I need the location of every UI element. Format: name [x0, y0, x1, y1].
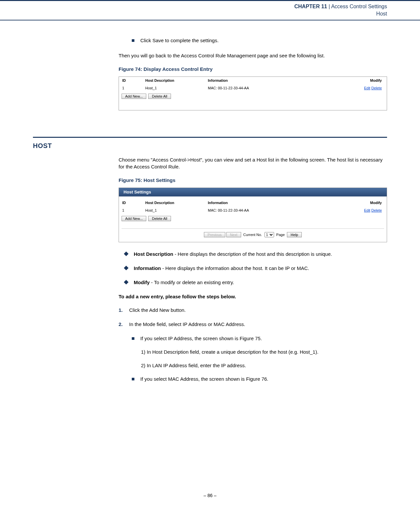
intro-paragraph: Then you will go back to the Access Cont…	[119, 52, 387, 59]
fig74-col-id: ID	[119, 77, 142, 84]
figure-74-screenshot: ID Host Description Information Modify 1…	[119, 76, 387, 110]
step-2-sub-ip-1: 1) In Host Description field, create a u…	[141, 348, 387, 355]
fig75-pager: Previous Next Current No. 1 Page Help	[119, 229, 387, 242]
fig74-col-info: Information	[205, 77, 352, 84]
step-2-sub-ip-2: 2) In LAN IP Address field, enter the IP…	[141, 362, 387, 369]
square-bullet-icon	[132, 378, 134, 380]
fig75-current-label: Current No.	[243, 233, 262, 237]
fig75-page-select[interactable]: 1	[265, 232, 274, 237]
fig75-row-info: MAC: 00-11-22-33-44-AA	[205, 207, 352, 214]
fig75-divider	[122, 223, 384, 229]
step-number: 1.	[119, 307, 125, 313]
diamond-bullet-icon	[124, 266, 128, 270]
fig74-row-id: 1	[119, 84, 142, 92]
section-divider	[33, 137, 387, 138]
fig75-col-modify: Modify	[352, 199, 387, 207]
figure-75-caption: Figure 75: Host Settings	[119, 177, 387, 184]
desc-host-description: Host Description - Here displays the des…	[125, 251, 387, 257]
square-bullet-icon	[132, 39, 134, 42]
step-number: 2.	[119, 321, 125, 328]
fig74-col-modify: Modify	[352, 77, 387, 84]
fig74-delete-all-button[interactable]: Delete All	[148, 94, 171, 99]
fig75-delete-link[interactable]: Delete	[371, 208, 382, 212]
fig74-row-desc: Host_1	[142, 84, 205, 92]
fig75-table: ID Host Description Information Modify 1…	[119, 199, 387, 215]
fig75-col-desc: Host Description	[142, 199, 205, 207]
step-2-sub-ip: If you select IP Address, the screen sho…	[132, 335, 387, 342]
desc-information: Information - Here displays the informat…	[125, 265, 387, 272]
fig75-prev-button[interactable]: Previous	[204, 232, 225, 237]
sub-text: If you select IP Address, the screen sho…	[140, 335, 262, 342]
header-separator: |	[327, 4, 331, 9]
fig74-add-new-button[interactable]: Add New...	[122, 94, 146, 99]
fig74-row-info: MAC: 00-11-22-33-44-AA	[205, 84, 352, 92]
fig74-edit-link[interactable]: Edit	[364, 86, 370, 90]
step-text: Click the Add New button.	[129, 307, 186, 313]
chapter-label: CHAPTER 11	[294, 4, 327, 9]
fig74-table: ID Host Description Information Modify 1…	[119, 77, 387, 92]
table-row: 1 Host_1 MAC: 00-11-22-33-44-AA Edit Del…	[119, 207, 387, 214]
step-2-sub-mac: If you select MAC Address, the screen sh…	[132, 375, 387, 382]
page-header: CHAPTER 11 | Access Control Settings Hos…	[0, 0, 420, 20]
fig75-delete-all-button[interactable]: Delete All	[148, 216, 171, 221]
fig75-edit-link[interactable]: Edit	[364, 208, 370, 212]
diamond-bullet-icon	[124, 252, 128, 256]
desc-text: Host Description - Here displays the des…	[134, 251, 332, 257]
fig75-help-button[interactable]: Help	[287, 232, 302, 237]
page-footer: – 86 –	[0, 492, 420, 499]
host-section-heading: HOST	[33, 141, 387, 150]
fig75-title-bar: Host Settings	[119, 188, 387, 196]
desc-text: Modify - To modify or delete an existing…	[134, 279, 234, 286]
table-row: 1 Host_1 MAC: 00-11-22-33-44-AA Edit Del…	[119, 84, 387, 92]
figure-75-screenshot: Host Settings ID Host Description Inform…	[119, 188, 387, 242]
intro-bullet-text: Click Save to complete the settings.	[140, 37, 219, 44]
fig75-next-button[interactable]: Next	[226, 232, 241, 237]
diamond-bullet-icon	[124, 280, 128, 284]
header-subtitle: Host	[0, 10, 387, 17]
fig75-col-info: Information	[205, 199, 352, 207]
fig75-row-id: 1	[119, 207, 142, 214]
fig74-delete-link[interactable]: Delete	[371, 86, 382, 90]
intro-bullet-row: Click Save to complete the settings.	[132, 37, 387, 44]
header-title: Access Control Settings	[331, 4, 387, 9]
fig75-row-desc: Host_1	[142, 207, 205, 214]
fig75-page-label: Page	[276, 233, 285, 237]
figure-74-caption: Figure 74: Display Access Control Entry	[119, 66, 387, 73]
sub-text: If you select MAC Address, the screen sh…	[140, 375, 268, 382]
fig74-col-desc: Host Description	[142, 77, 205, 84]
host-paragraph: Choose menu "Access Control->Host", you …	[119, 156, 387, 170]
desc-modify: Modify - To modify or delete an existing…	[125, 279, 387, 286]
fig75-col-id: ID	[119, 199, 142, 207]
square-bullet-icon	[132, 337, 134, 340]
step-1: 1. Click the Add New button.	[119, 307, 387, 313]
step-text: In the Mode field, select IP Address or …	[129, 321, 245, 328]
desc-text: Information - Here displays the informat…	[134, 265, 309, 272]
steps-heading: To add a new entry, please follow the st…	[119, 293, 387, 300]
fig75-add-new-button[interactable]: Add New...	[122, 216, 146, 221]
step-2: 2. In the Mode field, select IP Address …	[119, 321, 387, 328]
